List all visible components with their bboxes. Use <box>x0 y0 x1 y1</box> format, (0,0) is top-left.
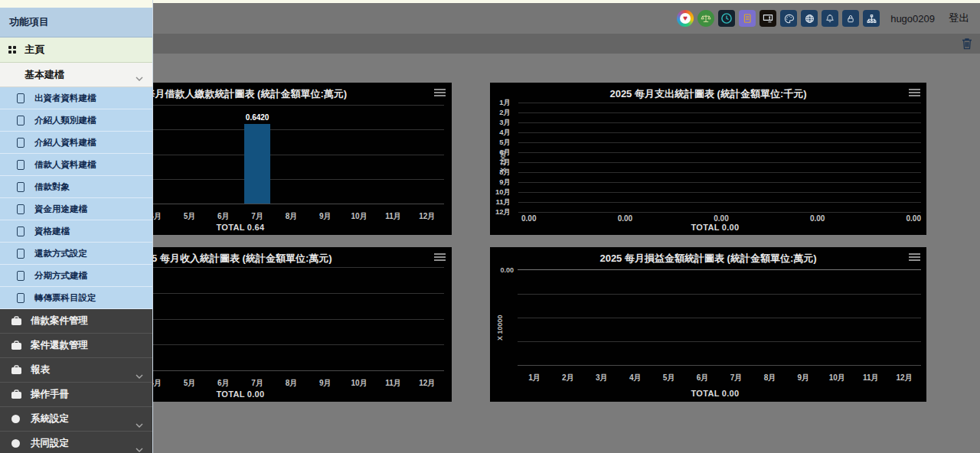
x-axis-label: 3月 <box>585 373 619 383</box>
chart-x-axis-labels: 0.000.000.000.000.00 <box>521 214 921 223</box>
sidebar-item[interactable]: 系統設定 <box>0 407 152 432</box>
gridline <box>518 202 921 203</box>
gridline <box>518 142 921 143</box>
x-axis-label: 12月 <box>887 373 921 383</box>
sidebar-item[interactable]: 操作手冊 <box>0 383 152 407</box>
scroll-icon[interactable] <box>739 10 756 27</box>
briefcase-icon <box>11 316 31 326</box>
x-tick-label: 0.00 <box>906 214 921 223</box>
logo-wreath-icon[interactable]: ♥ <box>677 10 694 27</box>
gridline <box>518 112 921 113</box>
sidebar-item-label: 系統設定 <box>31 412 69 425</box>
sidebar-item[interactable]: 案件還款管理 <box>0 334 152 358</box>
doc-square-icon <box>17 182 24 192</box>
chart-total: TOTAL 0.00 <box>511 389 919 398</box>
bar-cell <box>376 105 410 204</box>
sidebar-item-label: 共同設定 <box>31 437 69 450</box>
palette-icon[interactable] <box>780 10 797 27</box>
sidebar-item[interactable]: 借款對象 <box>0 176 152 198</box>
trash-icon[interactable] <box>962 37 972 50</box>
x-axis-label: 10月 <box>342 211 376 222</box>
doc-square-icon <box>17 271 24 281</box>
x-axis-label: 7月 <box>240 211 274 222</box>
bar-cell <box>274 105 308 204</box>
x-axis-label: 4月 <box>619 373 652 383</box>
x-axis-label: 11月 <box>376 378 410 389</box>
y-axis-label: 1月 <box>493 98 511 108</box>
bar[interactable] <box>244 124 270 204</box>
chart-context-menu-icon[interactable] <box>434 253 446 262</box>
sidebar-item[interactable]: 轉傳票科目設定 <box>0 287 152 309</box>
bar-cell <box>376 267 410 370</box>
sidebar-item[interactable]: 報表 <box>0 358 152 383</box>
x-axis-label: 10月 <box>342 378 376 389</box>
briefcase-icon <box>11 389 31 399</box>
scales-icon[interactable] <box>697 10 714 27</box>
bar-cell <box>240 267 274 370</box>
axis-unit-label: X 1000 <box>499 150 507 172</box>
chevron-down-icon <box>136 417 143 431</box>
chart-panel-profit-loss: 2025 每月損益金額統計圖表 (統計金額單位:萬元) 0.00 1月2月3月4… <box>490 247 926 402</box>
chart-category-row: 9月 <box>493 178 921 187</box>
chart-category-row: 7月 <box>493 158 921 168</box>
x-axis-label: 5月 <box>652 373 686 383</box>
gridline <box>518 103 921 103</box>
bar-cell <box>410 105 444 204</box>
sidebar-group-basic-setup[interactable]: 基本建檔 <box>0 63 152 87</box>
sidebar-item[interactable]: 借款案件管理 <box>0 309 152 334</box>
chevron-down-icon <box>136 442 143 453</box>
bar-cell <box>274 267 308 370</box>
y-axis-label: 12月 <box>493 207 511 217</box>
sidebar-darkitems: 借款案件管理案件還款管理報表操作手冊系統設定共同設定 <box>0 309 152 453</box>
sidebar-item[interactable]: 還款方式設定 <box>0 243 152 265</box>
gridline <box>518 294 921 295</box>
bar-cell: 0.6420 <box>240 105 274 204</box>
sidebar-item[interactable]: 資格建檔 <box>0 220 152 243</box>
gridline <box>518 341 921 342</box>
chart-context-menu-icon[interactable] <box>909 253 920 262</box>
globe-icon[interactable] <box>801 10 818 27</box>
sidebar-item-label: 出資者資料建檔 <box>34 93 96 104</box>
chart-panel-expenses: 2025 每月支出統計圖表 (統計金額單位:千元) 1月2月3月4月5月6月7月… <box>490 83 926 235</box>
chart-category-row: 10月 <box>493 187 921 197</box>
gridline <box>518 122 921 123</box>
sidebar-item[interactable]: 介紹人資料建檔 <box>0 132 152 154</box>
sidebar-item-label: 案件還款管理 <box>31 339 88 352</box>
logout-button[interactable]: 登出 <box>949 11 969 25</box>
bar-cell <box>309 267 342 370</box>
y-axis-label: 10月 <box>493 187 511 197</box>
bell-icon[interactable] <box>822 10 838 27</box>
sidebar-item-label: 分期方式建檔 <box>34 270 87 282</box>
bar-cell <box>207 267 240 370</box>
sidebar-item[interactable]: 出資者資料建檔 <box>0 87 152 109</box>
chart-context-menu-icon[interactable] <box>909 89 920 98</box>
sidebar-subitems: 出資者資料建檔介紹人類別建檔介紹人資料建檔借款人資料建檔借款對象資金用途建檔資格… <box>0 87 152 309</box>
x-axis-label: 6月 <box>207 378 240 389</box>
sidebar-item[interactable]: 分期方式建檔 <box>0 265 152 287</box>
doc-square-icon <box>17 160 24 170</box>
sidebar-item[interactable]: 資金用途建檔 <box>0 198 152 220</box>
sitemap-icon[interactable] <box>863 10 880 27</box>
chart-plot: 1月2月3月4月5月6月7月8月9月10月11月12月 <box>493 98 921 203</box>
gridline <box>518 162 921 163</box>
sidebar-item[interactable]: 共同設定 <box>0 432 152 453</box>
sidebar-item[interactable]: 介紹人類別建檔 <box>0 109 152 132</box>
gridline <box>518 192 921 193</box>
chart-context-menu-icon[interactable] <box>434 89 446 98</box>
chart-x-axis-labels: 1月2月3月4月5月6月7月8月9月10月11月12月 <box>518 373 921 383</box>
sidebar-item-label: 報表 <box>31 363 50 376</box>
presentation-icon[interactable] <box>760 10 776 27</box>
gridline <box>518 212 921 213</box>
bar-cell <box>410 267 444 370</box>
clock-icon[interactable] <box>718 10 735 27</box>
line-value-label: 0.00 <box>500 266 514 274</box>
sidebar-item-home[interactable]: 主頁 <box>0 37 152 63</box>
sidebar-item-label: 轉傳票科目設定 <box>34 292 96 304</box>
sidebar-item[interactable]: 借款人資料建檔 <box>0 154 152 176</box>
sphere-icon <box>11 438 31 448</box>
x-axis-label: 12月 <box>410 378 444 389</box>
gridline <box>518 152 921 153</box>
lock-icon[interactable] <box>842 10 859 27</box>
bar-cell <box>207 105 240 204</box>
x-tick-label: 0.00 <box>810 214 825 223</box>
